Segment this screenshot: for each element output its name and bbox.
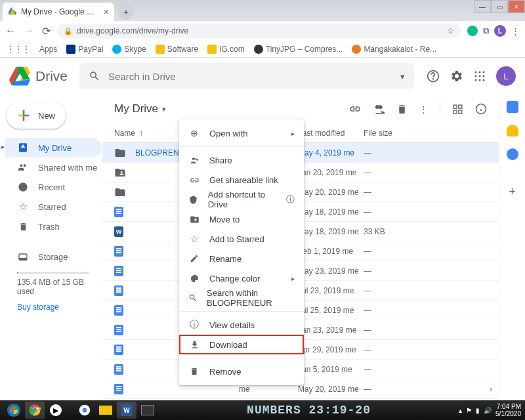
- buy-storage-link[interactable]: Buy storage: [17, 303, 102, 312]
- svg-point-4: [433, 79, 434, 79]
- details-icon[interactable]: [475, 103, 487, 115]
- task-app-2[interactable]: ▶: [46, 402, 66, 419]
- ctx-view-details[interactable]: ⓘView details: [179, 315, 304, 335]
- bookmark-tinyjpg[interactable]: TinyJPG – Compres...: [254, 45, 343, 54]
- sidebar-item-shared[interactable]: Shared with me: [5, 158, 102, 177]
- calendar-icon[interactable]: [507, 101, 518, 113]
- ctx-move-to[interactable]: Move to: [179, 209, 304, 229]
- apps-grid-icon[interactable]: [474, 70, 486, 82]
- sidebar-item-storage[interactable]: Storage: [17, 247, 102, 266]
- col-size[interactable]: File size: [364, 129, 410, 138]
- remove-icon: [188, 367, 200, 376]
- ctx-change-color[interactable]: Change color▸: [179, 268, 304, 288]
- file-icon: [114, 325, 127, 335]
- search-options-icon[interactable]: ▾: [400, 72, 405, 81]
- file-icon: [114, 364, 127, 375]
- bookmark-apps[interactable]: Apps: [39, 45, 57, 54]
- new-tab-button[interactable]: +: [118, 4, 134, 20]
- file-size: —: [364, 365, 410, 374]
- storage-icon: [17, 251, 29, 262]
- settings-icon[interactable]: [450, 70, 463, 83]
- new-button[interactable]: New: [7, 102, 66, 129]
- sidebar-item-mydrive[interactable]: My Drive: [5, 138, 102, 158]
- ctx-rename[interactable]: Rename: [179, 249, 304, 268]
- file-modified: Jul 25, 2019 me: [298, 306, 364, 315]
- ctx-add-starred[interactable]: ☆Add to Starred: [179, 229, 304, 249]
- file-modified: May 4, 2019 me: [298, 148, 364, 158]
- file-size: —: [364, 247, 410, 256]
- browser-tab-active[interactable]: My Drive - Google Drive ×: [3, 3, 114, 21]
- ctx-remove[interactable]: Remove: [179, 362, 304, 381]
- sidebar-item-trash[interactable]: Trash: [5, 217, 102, 236]
- window-maximize[interactable]: ▭: [491, 0, 508, 13]
- tray-flag-icon[interactable]: ⚑: [466, 407, 472, 414]
- star-icon[interactable]: ☆: [447, 26, 454, 35]
- ctx-download[interactable]: Download: [179, 335, 304, 354]
- tasks-icon[interactable]: [507, 148, 518, 160]
- task-app-media[interactable]: [138, 402, 158, 419]
- sidebar-item-starred[interactable]: ☆Starred: [5, 197, 102, 217]
- file-modified: May 20, 2019 me: [298, 385, 364, 394]
- file-icon: [114, 305, 127, 316]
- ctx-open-with[interactable]: ⊕Open with▸: [179, 123, 304, 143]
- bookmark-paypal[interactable]: PayPal: [66, 45, 103, 54]
- delete-icon[interactable]: [396, 104, 408, 115]
- address-bar[interactable]: 🔒 drive.google.com/drive/my-drive ☆: [57, 24, 461, 38]
- menu-icon[interactable]: ⋮: [511, 26, 520, 36]
- ctx-add-shortcut[interactable]: Add shortcut to Driveⓘ: [179, 190, 304, 209]
- nav-reload-icon[interactable]: ⟳: [42, 25, 51, 37]
- tab-close-icon[interactable]: ×: [104, 7, 109, 17]
- mydrive-icon: [17, 142, 29, 153]
- tray-up-icon[interactable]: ▴: [459, 407, 462, 414]
- window-minimize[interactable]: —: [474, 0, 491, 13]
- file-owner: me: [239, 385, 298, 394]
- view-grid-icon[interactable]: [452, 104, 463, 115]
- bookmark-manga[interactable]: Mangakakalot - Re...: [352, 45, 436, 54]
- svg-rect-15: [459, 105, 462, 108]
- bookmark-ig[interactable]: IG.com: [207, 45, 245, 54]
- tray-datetime[interactable]: 7:04 PM 5/1/2020: [495, 403, 521, 417]
- ctx-get-link[interactable]: Get shareable link: [179, 170, 304, 190]
- sidebar-item-recent[interactable]: Recent: [5, 177, 102, 197]
- nav-back-icon[interactable]: ←: [5, 25, 16, 37]
- bookmark-skype[interactable]: Skype: [112, 45, 146, 54]
- drive-product-name: Drive: [35, 68, 68, 84]
- chevron-down-icon: ▾: [162, 105, 166, 114]
- col-modified[interactable]: Last modified: [298, 129, 364, 138]
- share-icon[interactable]: [373, 103, 385, 115]
- bookmark-software[interactable]: Software: [156, 45, 198, 54]
- profile-icon[interactable]: L: [494, 25, 506, 37]
- task-explorer[interactable]: [96, 402, 116, 419]
- svg-point-9: [479, 75, 481, 77]
- search-input[interactable]: [108, 71, 392, 82]
- task-word[interactable]: W: [117, 402, 136, 419]
- tray-network-icon[interactable]: ▮: [476, 407, 480, 414]
- window-close[interactable]: ×: [508, 0, 525, 13]
- info-icon: ⓘ: [286, 194, 295, 205]
- start-button[interactable]: [4, 402, 24, 419]
- account-avatar[interactable]: L: [496, 66, 516, 86]
- file-size: 33 KB: [364, 227, 410, 236]
- more-icon[interactable]: ⋮: [419, 104, 428, 114]
- drive-logo[interactable]: Drive: [9, 66, 68, 87]
- tray-volume-icon[interactable]: 🔊: [484, 407, 492, 414]
- keep-icon[interactable]: [507, 125, 518, 136]
- ctx-search-within[interactable]: Search within BLOGPRENEUR: [179, 288, 304, 308]
- location-title[interactable]: My Drive▾: [114, 102, 166, 116]
- ext-icon-2[interactable]: ⧉: [483, 26, 489, 36]
- task-chrome[interactable]: [25, 402, 45, 419]
- add-icon[interactable]: +: [509, 185, 516, 199]
- chevron-right-icon[interactable]: ▸: [1, 143, 5, 150]
- task-chrome-2[interactable]: [75, 402, 94, 419]
- scroll-right-icon[interactable]: ›: [490, 385, 492, 394]
- nav-forward-icon[interactable]: →: [24, 25, 34, 37]
- help-icon[interactable]: [427, 70, 440, 83]
- search-box[interactable]: ▾: [79, 63, 414, 89]
- shortcut-icon: [188, 195, 199, 205]
- ext-icon-1[interactable]: [467, 26, 478, 36]
- file-icon: [114, 167, 127, 178]
- details-icon: ⓘ: [188, 319, 200, 331]
- apps-icon[interactable]: ⋮⋮⋮: [7, 45, 30, 54]
- get-link-icon[interactable]: [349, 103, 361, 115]
- ctx-share[interactable]: Share: [179, 150, 304, 170]
